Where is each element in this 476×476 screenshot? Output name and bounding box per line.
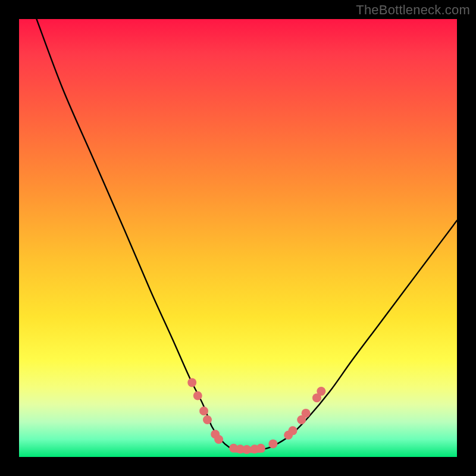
chart-overlay bbox=[19, 19, 457, 457]
highlight-dot bbox=[242, 445, 251, 454]
plot-area bbox=[19, 19, 457, 457]
highlight-dot bbox=[256, 444, 265, 453]
highlight-dot bbox=[289, 426, 298, 435]
highlight-dot bbox=[199, 406, 208, 415]
curve-left bbox=[36, 19, 236, 449]
highlight-dot bbox=[302, 409, 311, 418]
highlight-dot bbox=[214, 435, 223, 444]
watermark-label: TheBottleneck.com bbox=[356, 2, 470, 18]
highlight-dot bbox=[187, 378, 196, 387]
curve-right bbox=[262, 221, 457, 450]
highlight-dot bbox=[203, 415, 212, 424]
highlight-dot bbox=[317, 387, 325, 396]
chart-frame: TheBottleneck.com bbox=[0, 0, 476, 476]
highlight-dot bbox=[193, 391, 202, 400]
highlight-dot bbox=[268, 439, 277, 448]
highlight-dots bbox=[187, 378, 325, 454]
